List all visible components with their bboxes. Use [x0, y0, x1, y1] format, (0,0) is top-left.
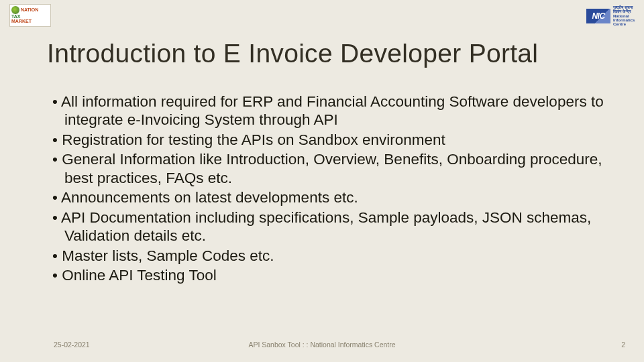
- slide: NATION TAX MARKET NIC राष्ट्रीय सूचना वि…: [0, 0, 644, 362]
- slide-footer: 25-02-2021 API Sanbox Tool : : National …: [0, 341, 644, 351]
- list-item: All information required for ERP and Fin…: [52, 93, 604, 129]
- slide-title: Introduction to E Invoice Developer Port…: [47, 39, 617, 68]
- nic-logo-abbr: NIC: [586, 9, 610, 23]
- ntm-word-nation: NATION: [21, 7, 38, 12]
- bullet-list: All information required for ERP and Fin…: [52, 93, 604, 284]
- list-item: Announcements on latest developments etc…: [52, 188, 604, 206]
- ntm-word-tax: TAX: [11, 14, 20, 19]
- list-item: Master lists, Sample Codes etc.: [52, 247, 604, 265]
- footer-center: API Sanbox Tool : : National Informatics…: [0, 341, 644, 349]
- nation-tax-market-logo: NATION TAX MARKET: [9, 4, 51, 27]
- list-item: Registration for testing the APIs on San…: [52, 131, 604, 149]
- nic-logo: NIC राष्ट्रीय सूचना विज्ञान केन्द्र Nati…: [586, 5, 636, 26]
- list-item: General Information like Introduction, O…: [52, 150, 604, 187]
- slide-body: All information required for ERP and Fin…: [52, 93, 604, 286]
- ntm-globe-icon: [11, 6, 19, 14]
- list-item: API Documentation including specificatio…: [52, 208, 604, 245]
- footer-page-number: 2: [621, 341, 625, 349]
- ntm-word-market: MARKET: [11, 19, 32, 23]
- list-item: Online API Testing Tool: [52, 266, 604, 284]
- nic-logo-full: राष्ट्रीय सूचना विज्ञान केन्द्र National…: [613, 5, 636, 26]
